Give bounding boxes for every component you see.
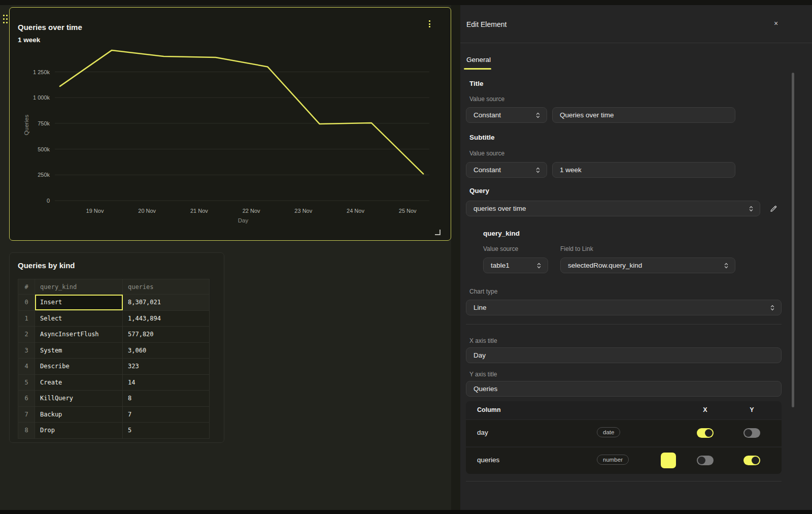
table-row: 2AsyncInsertFlush577,820 — [18, 327, 210, 343]
subtitle-section-heading: Subtitle — [469, 134, 495, 141]
section-divider — [466, 481, 782, 481]
chevron-updown-icon — [770, 304, 775, 311]
dashboard-canvas: 0250k500k750k1 000k1 250k19 Nov20 Nov21 … — [0, 5, 460, 510]
svg-text:Day: Day — [238, 217, 249, 223]
table-cell[interactable]: 8 — [123, 391, 210, 407]
table-cell[interactable]: AsyncInsertFlush — [35, 327, 123, 343]
column-type-badge: number — [597, 455, 629, 465]
svg-text:22 Nov: 22 Nov — [243, 208, 260, 214]
bottom-edge — [0, 510, 812, 514]
x-axis-title-input[interactable] — [466, 347, 782, 363]
chart-type-label: Chart type — [469, 288, 497, 295]
chevron-updown-icon — [535, 167, 540, 174]
table-cell[interactable]: 14 — [123, 374, 210, 391]
columns-config-table: Column X Y daydatequeriesnumber — [466, 401, 782, 474]
query-kind-source-select[interactable]: table1 — [483, 258, 548, 273]
chart-panel[interactable]: 0250k500k750k1 000k1 250k19 Nov20 Nov21 … — [9, 7, 451, 241]
table-cell[interactable]: Drop — [35, 423, 123, 439]
table-row: 0Insert8,307,021 — [18, 295, 210, 311]
svg-text:1 000k: 1 000k — [33, 94, 50, 101]
col-header-index: # — [18, 279, 35, 295]
table-cell[interactable]: 5 — [18, 374, 35, 391]
table-cell[interactable]: Describe — [35, 359, 123, 375]
y-axis-title-label: Y axis title — [469, 371, 497, 378]
title-section-heading: Title — [469, 80, 484, 87]
table-cell[interactable]: 323 — [123, 359, 210, 375]
y-axis-toggle[interactable] — [743, 428, 760, 438]
svg-text:250k: 250k — [38, 172, 50, 178]
query-select[interactable]: queries over time — [466, 201, 760, 216]
svg-text:25 Nov: 25 Nov — [399, 208, 417, 214]
resize-handle[interactable] — [435, 230, 441, 235]
table-row: 8Drop5 — [18, 423, 210, 439]
x-axis-toggle[interactable] — [697, 456, 714, 465]
table-cell[interactable]: 2 — [18, 327, 35, 343]
scrollbar[interactable] — [792, 73, 794, 407]
edit-query-button[interactable] — [767, 203, 780, 215]
chevron-updown-icon — [749, 205, 754, 212]
section-divider — [466, 324, 782, 325]
y-axis-toggle[interactable] — [743, 456, 760, 465]
drag-handle-icon[interactable] — [3, 15, 8, 23]
table-cell[interactable]: Create — [35, 374, 123, 391]
title-value-input[interactable] — [552, 107, 735, 123]
table-cell[interactable]: System — [35, 342, 123, 359]
table-cell[interactable]: 4 — [18, 359, 35, 375]
x-axis-title-label: X axis title — [469, 337, 497, 344]
y-header-label: Y — [743, 406, 760, 413]
header-divider — [460, 43, 812, 43]
table-cell[interactable]: KillQuery — [35, 391, 123, 407]
table-cell[interactable]: 577,820 — [123, 327, 210, 343]
table-cell[interactable]: 6 — [18, 391, 35, 407]
query-kind-value-source-label: Value source — [483, 245, 518, 252]
toggle-knob — [752, 457, 759, 464]
x-axis-toggle[interactable] — [697, 428, 714, 438]
table-cell[interactable]: 1 — [18, 310, 35, 327]
table-row: 4Describe323 — [18, 359, 210, 375]
table-row: 1Select1,443,894 — [18, 310, 210, 327]
svg-text:1 250k: 1 250k — [33, 69, 50, 75]
table-cell[interactable]: 3 — [18, 342, 35, 359]
table-panel: Queries by kind # query_kind queries 0In… — [9, 252, 224, 443]
query-kind-heading: query_kind — [483, 230, 520, 237]
title-source-select[interactable]: Constant — [466, 107, 547, 123]
pencil-icon — [769, 205, 777, 213]
panel-title: Edit Element — [466, 20, 506, 28]
table-cell[interactable]: 7 — [123, 406, 210, 423]
subtitle-source-select[interactable]: Constant — [466, 162, 547, 178]
col-header-queries: queries — [123, 279, 210, 295]
query-section-heading: Query — [469, 187, 489, 195]
x-header-label: X — [697, 406, 714, 413]
table-row: 3System3,060 — [18, 342, 210, 359]
column-type-badge: date — [597, 427, 620, 437]
col-header-query-kind: query_kind — [35, 279, 123, 295]
subtitle-value-input[interactable] — [552, 162, 735, 178]
table-cell[interactable]: 3,060 — [123, 342, 210, 359]
chart-subtitle: 1 week — [18, 36, 40, 44]
table-cell[interactable]: 5 — [123, 423, 210, 439]
columns-config-rows: daydatequeriesnumber — [466, 420, 782, 474]
tab-general[interactable]: General — [466, 56, 491, 63]
chart-type-select[interactable]: Line — [466, 300, 782, 315]
tab-active-underline — [464, 68, 491, 70]
table-cell[interactable]: 7 — [18, 406, 35, 423]
table-row: 6KillQuery8 — [18, 391, 210, 407]
table-cell[interactable]: Backup — [35, 406, 123, 423]
field-to-link-select[interactable]: selectedRow.query_kind — [560, 258, 735, 273]
table-cell[interactable]: Insert — [35, 295, 123, 311]
subtitle-value-source-label: Value source — [469, 150, 504, 157]
table-cell[interactable]: 8 — [18, 423, 35, 439]
table-title: Queries by kind — [18, 261, 75, 270]
svg-text:21 Nov: 21 Nov — [190, 208, 208, 214]
close-icon[interactable]: × — [771, 18, 781, 28]
table-cell[interactable]: Select — [35, 310, 123, 327]
table-cell[interactable]: 8,307,021 — [123, 295, 210, 311]
table-header-row: # query_kind queries — [18, 279, 210, 295]
columns-config-header: Column X Y — [466, 401, 782, 419]
table-cell[interactable]: 1,443,894 — [123, 310, 210, 327]
svg-text:24 Nov: 24 Nov — [347, 208, 364, 214]
color-swatch[interactable] — [661, 453, 676, 468]
table-cell[interactable]: 0 — [18, 295, 35, 311]
kebab-menu-icon[interactable] — [427, 20, 431, 28]
y-axis-title-input[interactable] — [466, 381, 782, 397]
